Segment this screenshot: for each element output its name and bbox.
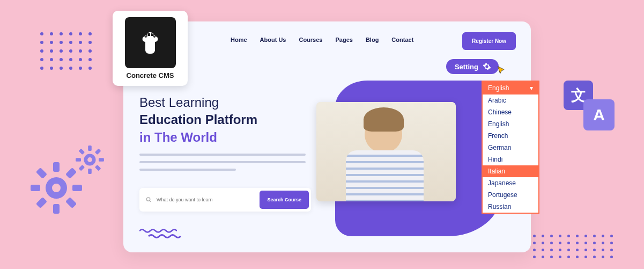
cursor-icon <box>497 66 507 76</box>
setting-button[interactable]: Setting <box>446 59 499 74</box>
placeholder-lines <box>139 154 327 171</box>
main-nav: Home About Us Courses Pages Blog Contact <box>231 37 413 43</box>
svg-rect-6 <box>36 168 47 179</box>
search-bar: Search Course <box>139 188 311 212</box>
language-option[interactable]: Russian <box>483 201 538 213</box>
language-option[interactable]: Hindi <box>483 154 538 165</box>
svg-rect-9 <box>88 169 92 174</box>
svg-rect-5 <box>36 197 47 208</box>
gear-icon <box>483 62 491 71</box>
search-input[interactable] <box>142 197 260 202</box>
language-options: ArabicChineseEnglishFrenchGermanHindiIta… <box>483 94 538 213</box>
svg-rect-12 <box>95 148 101 155</box>
svg-rect-13 <box>78 165 85 171</box>
squiggle-decoration-2 <box>147 233 185 239</box>
hero-image-area <box>335 81 501 236</box>
setting-label: Setting <box>455 63 478 71</box>
language-dropdown[interactable]: English ▾ ArabicChineseEnglishFrenchGerm… <box>482 81 539 214</box>
hero-heading: Best Learning Education Platform in The … <box>139 94 327 176</box>
hero-photo <box>316 102 456 201</box>
nav-home[interactable]: Home <box>231 37 247 43</box>
language-option[interactable]: Chinese <box>483 106 538 118</box>
hero-line1: Best Learning <box>139 95 219 110</box>
concrete-cms-logo <box>125 17 176 68</box>
chevron-down-icon: ▾ <box>530 84 533 92</box>
translate-icon-latin: A <box>583 99 615 130</box>
language-option[interactable]: Japanese <box>483 177 538 189</box>
decorative-dots-bottom-right <box>533 235 615 258</box>
search-icon <box>146 197 152 203</box>
nav-about[interactable]: About Us <box>260 37 286 43</box>
language-selected[interactable]: English ▾ <box>483 82 538 94</box>
svg-rect-3 <box>72 185 82 191</box>
svg-rect-10 <box>76 158 81 162</box>
svg-rect-0 <box>53 162 60 172</box>
language-option[interactable]: Portugese <box>483 189 538 201</box>
gear-icon-small <box>75 145 105 175</box>
svg-rect-1 <box>53 204 60 214</box>
language-option[interactable]: French <box>483 130 538 142</box>
svg-line-17 <box>150 200 151 201</box>
concrete-cms-label: Concrete CMS <box>127 71 174 79</box>
nav-blog[interactable]: Blog <box>366 37 379 43</box>
language-option[interactable]: Arabic <box>483 94 538 106</box>
svg-point-16 <box>146 198 150 201</box>
language-option[interactable]: English <box>483 118 538 130</box>
search-button[interactable]: Search Course <box>260 191 309 209</box>
hero-line3: in The World <box>139 130 217 144</box>
svg-rect-7 <box>65 197 77 208</box>
svg-rect-8 <box>88 146 92 151</box>
nav-pages[interactable]: Pages <box>335 37 352 43</box>
language-option[interactable]: German <box>483 142 538 154</box>
nav-courses[interactable]: Courses <box>299 37 322 43</box>
hero-line2: Education Platform <box>139 112 257 127</box>
nav-contact[interactable]: Contact <box>391 37 413 43</box>
decorative-dots-top-left <box>40 32 93 70</box>
svg-rect-2 <box>31 185 40 191</box>
language-option[interactable]: Italian <box>483 165 538 177</box>
svg-rect-14 <box>78 148 85 155</box>
concrete-cms-logo-card: Concrete CMS <box>113 11 188 86</box>
register-button[interactable]: Register Now <box>462 32 516 50</box>
svg-rect-11 <box>99 158 104 162</box>
svg-rect-15 <box>95 165 101 171</box>
